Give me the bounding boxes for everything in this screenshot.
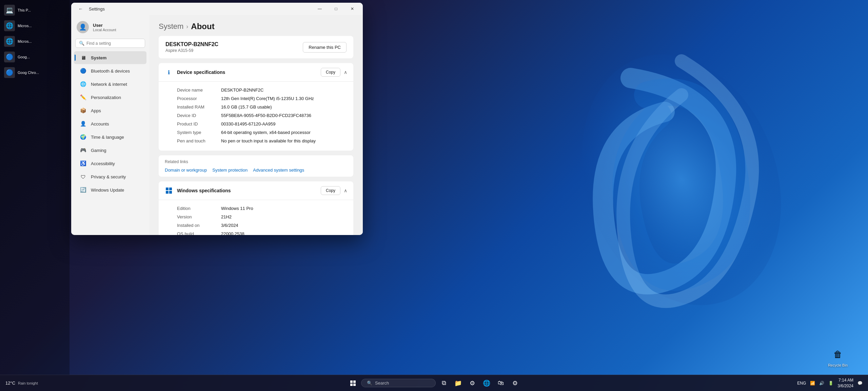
desktop-icon-edge[interactable]: 🌐 Micros... (1, 18, 68, 33)
taskbar-search[interactable]: 🔍 Search (361, 379, 436, 387)
nav-item-time[interactable]: 🌍 Time & language (74, 131, 146, 143)
user-account-type: Local Account (93, 28, 116, 32)
device-specs-title: Device specifications (177, 70, 225, 75)
user-name: User (93, 23, 116, 28)
section-header-left: ℹ Device specifications (165, 68, 225, 76)
edge2-label: Micros... (18, 39, 32, 43)
device-specs-header[interactable]: ℹ Device specifications Copy ∧ (159, 63, 353, 82)
privacy-icon: 🛡 (79, 173, 87, 180)
network-icon: 🌐 (79, 80, 87, 88)
spec-value-os-build: 22000.2538 (221, 231, 244, 235)
search-box[interactable]: 🔍 (75, 39, 145, 48)
desktop-icon-thispc[interactable]: 💻 This P... (1, 3, 68, 18)
taskbar-center: 🔍 Search ⧉ 📁 ⚙ 🌐 🛍 ⚙ (347, 377, 521, 389)
spec-label-installed-on: Installed on (177, 223, 221, 228)
windows-specs-copy-button[interactable]: Copy (321, 186, 340, 195)
windows-update-label: Windows Update (91, 188, 124, 193)
svg-rect-4 (169, 191, 172, 194)
time-label: Time & language (91, 135, 124, 140)
notification-icon[interactable]: 💬 (857, 381, 863, 386)
spec-row-pen-touch: Pen and touch No pen or touch input is a… (177, 137, 347, 145)
settings-window: ← Settings — □ ✕ 👤 User Local Account 🔍 (71, 3, 363, 235)
search-input[interactable] (86, 41, 141, 46)
windows-specs-header[interactable]: Windows specifications Copy ∧ (159, 181, 353, 200)
spec-row-product-id: Product ID 00330-81495-67120-AA959 (177, 120, 347, 128)
nav-item-bluetooth[interactable]: 🔵 Bluetooth & devices (74, 64, 146, 77)
apps-label: Apps (91, 108, 101, 113)
pc-details: DESKTOP-B2NNF2C Aspire A315-59 (165, 41, 218, 53)
thispc-icon: 💻 (4, 5, 15, 16)
spec-label-ram: Installed RAM (177, 104, 221, 110)
maximize-button[interactable]: □ (328, 3, 344, 14)
spec-value-version: 21H2 (221, 214, 232, 219)
nav-item-personalization[interactable]: ✏️ Personalization (74, 91, 146, 104)
chrome2-label: Goog Chro... (18, 71, 39, 75)
svg-rect-5 (350, 380, 353, 383)
spec-label-pen-touch: Pen and touch (177, 138, 221, 143)
rename-pc-button[interactable]: Rename this PC (303, 42, 347, 53)
device-specs-copy-button[interactable]: Copy (321, 68, 340, 77)
desktop-icon-chrome2[interactable]: 🔵 Goog Chro... (1, 65, 68, 80)
back-button[interactable]: ← (76, 4, 85, 14)
minimize-button[interactable]: — (312, 3, 328, 14)
taskbar-edge-icon[interactable]: 🌐 (480, 377, 493, 389)
link-domain-workgroup[interactable]: Domain or workgroup (165, 168, 207, 173)
nav-item-windows-update[interactable]: 🔄 Windows Update (74, 183, 146, 196)
time-display[interactable]: 7:14 AM 3/6/2024 (837, 377, 853, 389)
windows-specs-table: Edition Windows 11 Pro Version 21H2 Inst… (159, 200, 353, 235)
taskbar-left: 12°C Rain tonight (5, 380, 38, 386)
window-controls: — □ ✕ (312, 3, 360, 14)
apps-icon: 📦 (79, 107, 87, 114)
nav-item-gaming[interactable]: 🎮 Gaming (74, 144, 146, 157)
win-section-header-left: Windows specifications (165, 187, 231, 195)
edge-label: Micros... (18, 24, 32, 28)
start-button[interactable] (347, 377, 359, 389)
taskbar: 12°C Rain tonight 🔍 Search ⧉ 📁 ⚙ 🌐 🛍 ⚙ E… (0, 375, 868, 391)
close-button[interactable]: ✕ (344, 3, 360, 14)
nav-item-network[interactable]: 🌐 Network & internet (74, 78, 146, 91)
gaming-label: Gaming (91, 148, 106, 153)
taskbar-store-icon[interactable]: 🛍 (495, 377, 507, 389)
taskview-button[interactable]: ⧉ (438, 377, 450, 389)
related-links-card: Related links Domain or workgroup System… (159, 155, 353, 177)
spec-value-pen-touch: No pen or touch input is available for t… (221, 138, 316, 143)
svg-rect-6 (353, 380, 356, 383)
svg-rect-3 (166, 191, 169, 194)
link-advanced-settings[interactable]: Advanced system settings (253, 168, 304, 173)
recycle-bin-icon: 🗑 (830, 347, 845, 362)
nav-item-privacy[interactable]: 🛡 Privacy & security (74, 170, 146, 183)
spec-row-system-type: System type 64-bit operating system, x64… (177, 128, 347, 137)
link-system-protection[interactable]: System protection (212, 168, 248, 173)
recycle-bin[interactable]: 🗑 Recycle Bin (828, 347, 848, 367)
desktop-icon-edge2[interactable]: 🌐 Micros... (1, 34, 68, 49)
window-title: Settings (89, 6, 105, 12)
windows-swirl (563, 27, 800, 332)
windows-specs-icon (165, 187, 173, 195)
taskbar-extra-icon[interactable]: ⚙ (509, 377, 521, 389)
device-specs-chevron: ∧ (344, 70, 347, 75)
device-specs-icon: ℹ (165, 68, 173, 76)
taskbar-weather-sub: Rain tonight (18, 381, 38, 385)
taskbar-date: 3/6/2024 (837, 383, 853, 389)
wifi-icon: 📶 (810, 381, 815, 386)
edge2-icon: 🌐 (4, 36, 15, 47)
taskbar-time: 7:14 AM (837, 377, 853, 383)
breadcrumb-current: About (191, 22, 214, 31)
spec-row-edition: Edition Windows 11 Pro (177, 204, 347, 213)
taskbar-search-icon: 🔍 (367, 380, 372, 386)
taskbar-language: ENG (797, 381, 806, 386)
spec-row-device-name: Device name DESKTOP-B2NNF2C (177, 86, 347, 94)
nav-item-accessibility[interactable]: ♿ Accessibility (74, 157, 146, 170)
spec-label-system-type: System type (177, 130, 221, 135)
user-profile[interactable]: 👤 User Local Account (71, 18, 149, 39)
spec-value-installed-on: 3/6/2024 (221, 223, 238, 228)
spec-row-device-id: Device ID 55F5BE8A-9055-4F50-B2D0-FCD23F… (177, 111, 347, 120)
file-explorer-button[interactable]: 📁 (452, 377, 464, 389)
taskbar-settings-icon[interactable]: ⚙ (466, 377, 478, 389)
desktop-icon-chrome[interactable]: 🔵 Goog... (1, 50, 68, 64)
spec-value-processor: 12th Gen Intel(R) Core(TM) i5-1235U 1.30… (221, 96, 314, 101)
nav-item-accounts[interactable]: 👤 Accounts (74, 117, 146, 130)
nav-item-system[interactable]: 🖥 System (74, 51, 146, 64)
nav-item-apps[interactable]: 📦 Apps (74, 104, 146, 117)
sidebar: 👤 User Local Account 🔍 🖥 System 🔵 Blueto… (71, 15, 149, 235)
